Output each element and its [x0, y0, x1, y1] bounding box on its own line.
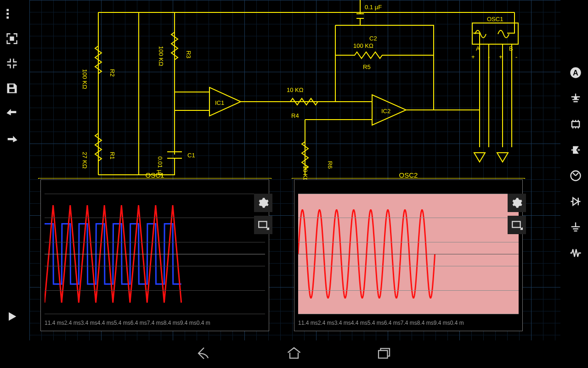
nav-home-button[interactable] — [286, 345, 302, 363]
osc2-xaxis: 11.4 ms2.4 ms3.4 ms4.4 ms5.4 ms6.4 ms7.4… — [298, 320, 519, 328]
play-button[interactable] — [5, 309, 19, 324]
fit-button[interactable] — [5, 56, 19, 71]
android-navbar — [0, 340, 588, 368]
osc1-expand-button[interactable] — [254, 216, 272, 234]
svg-rect-1 — [6, 13, 9, 15]
svg-rect-10 — [259, 221, 266, 227]
oscilloscope-2[interactable]: OSC2 11.4 ms2.4 ms3.4 ms4.4 ms5.4 ms6.4 … — [294, 179, 523, 331]
diode-tool[interactable] — [568, 194, 583, 209]
osc1-plot[interactable] — [45, 194, 265, 314]
osc2-expand-button[interactable] — [508, 216, 526, 234]
svg-rect-11 — [512, 221, 520, 227]
oscilloscope-1[interactable]: OSC1 11.4 ms2.4 ms3.4 ms4.4 ms5.4 ms6.4 … — [40, 179, 269, 331]
right-toolbar: A — [563, 0, 588, 340]
left-toolbar — [0, 0, 24, 340]
svg-rect-7 — [572, 121, 579, 127]
save-button[interactable] — [5, 81, 19, 96]
nav-recent-button[interactable] — [376, 345, 392, 363]
workspace[interactable]: A — [0, 0, 588, 340]
ammeter-tool[interactable]: A — [568, 65, 583, 80]
meter-tool[interactable] — [568, 168, 583, 183]
signal-tool[interactable] — [568, 246, 583, 260]
osc2-plot[interactable] — [298, 194, 519, 314]
ic-tool[interactable] — [568, 117, 583, 132]
ground2-tool[interactable] — [568, 220, 583, 235]
osc1-settings-button[interactable] — [254, 194, 272, 212]
source-tool[interactable] — [568, 143, 583, 157]
svg-rect-12 — [379, 351, 388, 358]
osc2-title: OSC2 — [399, 171, 418, 179]
menu-button[interactable] — [5, 6, 19, 21]
nav-back-button[interactable] — [196, 345, 212, 363]
svg-rect-0 — [6, 9, 9, 12]
svg-text:A: A — [573, 69, 578, 77]
svg-point-6 — [575, 97, 577, 99]
osc2-settings-button[interactable] — [508, 194, 526, 212]
osc1-xaxis: 11.4 ms2.4 ms3.4 ms4.4 ms5.4 ms6.4 ms7.4… — [45, 320, 265, 328]
svg-rect-3 — [11, 37, 14, 40]
ground-tool[interactable] — [568, 91, 583, 106]
svg-rect-2 — [6, 17, 9, 19]
redo-button[interactable] — [5, 131, 19, 145]
fullscreen-button[interactable] — [5, 31, 19, 46]
undo-button[interactable] — [5, 106, 19, 121]
osc1-title: OSC1 — [146, 171, 164, 179]
